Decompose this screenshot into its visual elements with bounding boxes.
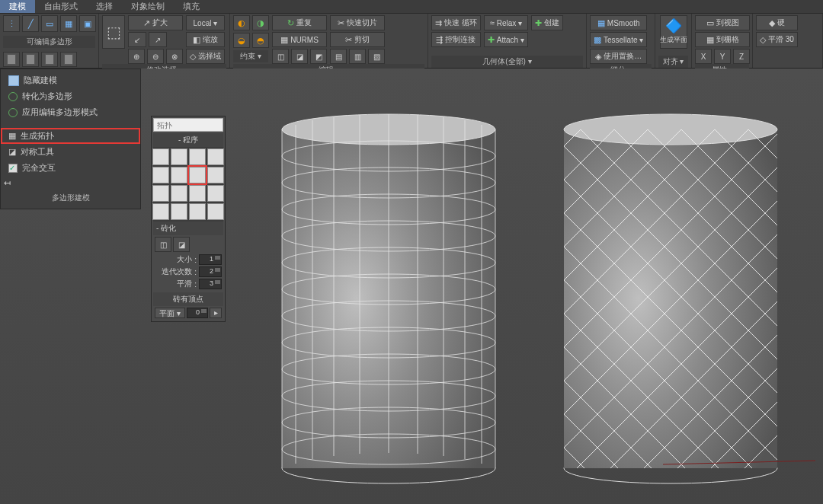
btn-quickslice[interactable]: ✂快速切片 (330, 15, 385, 30)
axis-y[interactable]: ⊖ (147, 49, 164, 64)
btn-nurms[interactable]: ▦NURMS (272, 32, 327, 47)
menu-apply-editpoly[interactable]: 应用编辑多边形模式 (1, 104, 140, 120)
btn-shrink[interactable]: ↙ (128, 32, 146, 47)
menu-collapse-arrow[interactable]: ↤ (1, 176, 140, 190)
btn-swiftloop[interactable]: ⬚ (102, 15, 125, 49)
btn-create[interactable]: ✚创建 (531, 15, 563, 30)
edit-small-4[interactable]: ▤ (330, 49, 347, 64)
topo-preset-16[interactable] (207, 203, 224, 220)
subobj-poly[interactable]: ▦ (60, 15, 77, 32)
topo-preset-1[interactable] (152, 148, 169, 165)
btn-local-dropdown[interactable]: Local ▾ (186, 15, 225, 30)
btn-selfield[interactable]: ◇选择域 (186, 49, 225, 64)
axis-z[interactable]: ⊗ (166, 49, 183, 64)
menu-full-interactive[interactable]: 完全交互 (1, 160, 140, 176)
btn-align-x[interactable]: X (695, 49, 712, 64)
poly-tool-2[interactable] (22, 52, 39, 67)
tab-object-paint[interactable]: 对象绘制 (122, 0, 174, 13)
cylinder-diamond-grid (564, 114, 815, 483)
edit-small-2[interactable]: ◪ (291, 49, 308, 64)
edit-icon-4[interactable]: ◓ (252, 33, 269, 48)
btn-quickloop[interactable]: ⇉快速 循环 (431, 15, 481, 30)
subobj-edge[interactable]: ╱ (22, 15, 39, 32)
edit-small-3[interactable]: ◩ (310, 49, 327, 64)
convert-icon (8, 92, 18, 101)
subobj-vertex[interactable]: ⋮ (3, 15, 20, 32)
spinner-size[interactable]: 1 (199, 254, 222, 265)
btn-repeat[interactable]: ↻重复 (272, 15, 327, 30)
btn-align-z[interactable]: Z (733, 49, 750, 64)
poly-tool-3[interactable] (41, 52, 58, 67)
edit-icon-3[interactable]: ◒ (233, 33, 250, 48)
checkbox-icon[interactable] (8, 164, 18, 173)
topology-search-input[interactable] (153, 118, 223, 132)
poly-tool-1[interactable] (3, 52, 20, 67)
btn-cut[interactable]: ✂剪切 (330, 32, 385, 47)
btn-ctrlconnect[interactable]: ⇶控制连接 (431, 32, 481, 47)
topo-preset-10[interactable] (171, 185, 187, 202)
topo-preset-11[interactable] (189, 185, 206, 202)
polymodel-menu: 隐藏建模 转化为多边形 应用编辑多边形模式 ▦ 生成拓扑 ◪ 对称工具 完全交互… (0, 69, 141, 209)
btn-plane-mode[interactable]: 平面 ▾ (155, 308, 185, 318)
btn-make-planar[interactable]: 🔷 生成平面 (660, 15, 687, 49)
spinner-iter[interactable]: 2 (199, 266, 222, 277)
panel-align: ▭到视图 ▦到栅格 X Y Z 属性 ▾ (692, 14, 753, 68)
edit-icon-1[interactable]: ◐ (233, 15, 250, 30)
axis-x[interactable]: ⊕ (128, 49, 145, 64)
topo-preset-2[interactable] (171, 148, 187, 165)
btn-msmooth[interactable]: ▦MSmooth (590, 15, 647, 30)
topology-section-sub: - 砖化 (153, 222, 223, 235)
topo-preset-9[interactable] (152, 185, 169, 202)
btn-grow[interactable]: ↗ (149, 32, 167, 47)
svg-rect-30 (564, 116, 777, 481)
menu-generate-topology[interactable]: ▦ 生成拓扑 (1, 128, 140, 144)
edit-small-5[interactable]: ▥ (349, 49, 366, 64)
topo-preset-3[interactable] (189, 148, 206, 165)
spinner-smooth[interactable]: 3 (199, 279, 222, 289)
poly-tool-4[interactable] (60, 52, 77, 67)
edit-small-6[interactable]: ▧ (368, 49, 385, 64)
edit-icon-2[interactable]: ◑ (252, 15, 269, 30)
btn-usedisplace[interactable]: ◈使用置换… (590, 49, 647, 64)
btn-align-y[interactable]: Y (714, 49, 731, 64)
panel-label-geomall: 几何体(全部) ▾ (431, 56, 583, 68)
subobj-element[interactable]: ▣ (79, 15, 96, 32)
topo-iter-row: 迭代次数: 2 (153, 266, 223, 278)
btn-smooth30[interactable]: ◇平滑 30 (756, 32, 798, 47)
panel-edit: ◐ ◑ ◒ ◓ 约束 ▾ ↻重复 ▦NURMS ◫ ◪ ◩ ✂快速切片 (230, 14, 428, 68)
topo-preset-12[interactable] (207, 185, 224, 202)
topo-preset-6[interactable] (171, 167, 187, 183)
btn-plane-apply[interactable]: ▸ (210, 308, 222, 318)
tab-modeling[interactable]: 建模 (0, 0, 35, 13)
btn-attach[interactable]: ✚Attach ▾ (484, 32, 528, 47)
tab-freeform[interactable]: 自由形式 (35, 0, 87, 13)
brick-icon-2[interactable]: ◪ (173, 237, 190, 252)
btn-align-grid[interactable]: ▦到栅格 (695, 32, 750, 47)
topo-preset-13[interactable] (152, 203, 169, 220)
topo-preset-14[interactable] (171, 203, 187, 220)
btn-hard[interactable]: ◆硬 (756, 15, 798, 30)
spinner-plane[interactable]: 0 (187, 308, 208, 318)
cylinder-rect-grid (282, 114, 495, 483)
btn-scale[interactable]: ◧缩放 (186, 32, 225, 47)
topo-smooth-row: 平滑: 3 (153, 278, 223, 290)
menu-convert-poly[interactable]: 转化为多边形 (1, 88, 140, 104)
subobj-border[interactable]: ▭ (41, 15, 58, 32)
menu-hide-structure[interactable]: 隐藏建模 (1, 72, 140, 88)
apply-icon (8, 108, 18, 117)
btn-expand[interactable]: ↗扩大 (128, 15, 183, 30)
menu-symmetry-tools[interactable]: ◪ 对称工具 (1, 144, 140, 160)
tab-selection[interactable]: 选择 (87, 0, 122, 13)
topology-section-proc: - 程序 (153, 133, 223, 147)
topo-preset-4[interactable] (207, 148, 224, 165)
btn-tessellate[interactable]: ▩Tessellate ▾ (590, 32, 647, 47)
tab-populate[interactable]: 填充 (174, 0, 209, 13)
brick-icon-1[interactable]: ◫ (155, 237, 171, 252)
topo-preset-8[interactable] (207, 167, 224, 183)
topo-preset-5[interactable] (152, 167, 169, 183)
btn-relax[interactable]: ≈Relax ▾ (484, 15, 528, 30)
edit-small-1[interactable]: ◫ (272, 49, 289, 64)
btn-align-view[interactable]: ▭到视图 (695, 15, 750, 30)
topo-preset-7-selected[interactable] (189, 167, 206, 183)
topo-preset-15[interactable] (189, 203, 206, 220)
